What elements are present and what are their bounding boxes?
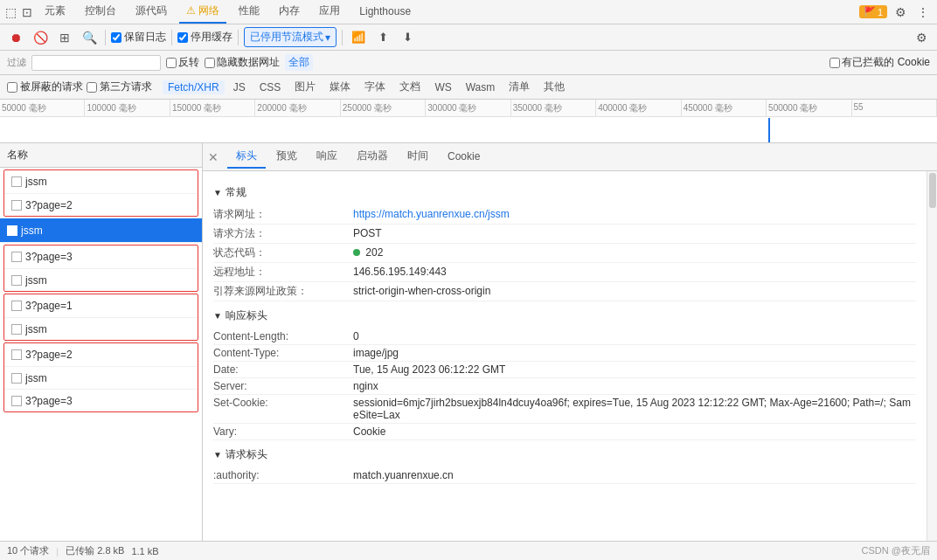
devtools-icon: ⬚ xyxy=(5,5,17,19)
type-other[interactable]: 其他 xyxy=(538,79,570,95)
request-group-4: 3?page=2 jssm 3?page=3 xyxy=(3,342,198,412)
hide-data-urls-checkbox[interactable]: 隐藏数据网址 xyxy=(205,55,280,70)
tab-response[interactable]: 响应 xyxy=(308,145,346,169)
detail-row-referrer: 引荐来源网址政策： strict-origin-when-cross-origi… xyxy=(213,282,916,301)
tab-preview[interactable]: 预览 xyxy=(267,145,306,169)
section-general[interactable]: ▼ 常规 xyxy=(213,182,916,204)
type-filter-bar: 被屏蔽的请求 第三方请求 Fetch/XHR JS CSS 图片 媒体 字体 文… xyxy=(0,75,937,100)
item-checkbox[interactable] xyxy=(11,200,22,211)
filter-btn[interactable]: ⊞ xyxy=(54,27,75,48)
list-item[interactable]: jssm xyxy=(4,317,198,340)
tab-initiator[interactable]: 启动器 xyxy=(348,145,397,169)
upload-icon[interactable]: ⬆ xyxy=(372,27,393,48)
section-response-headers[interactable]: ▼ 响应标头 xyxy=(213,305,916,327)
tab-network[interactable]: ⚠ 网络 xyxy=(179,0,226,24)
mark-500k: 500000 毫秒 xyxy=(767,100,851,116)
chevron-down-icon: ▾ xyxy=(325,31,330,44)
type-font[interactable]: 字体 xyxy=(359,79,391,95)
tab-elements[interactable]: 元素 xyxy=(38,0,73,24)
type-css[interactable]: CSS xyxy=(254,80,287,94)
list-item[interactable]: 3?page=2 xyxy=(4,193,198,216)
status-bar: 10 个请求 | 已传输 2.8 kB 1.1 kB CSDN @夜无眉 xyxy=(0,541,937,560)
tab-sources[interactable]: 源代码 xyxy=(128,0,174,24)
item-name: jssm xyxy=(25,176,47,188)
list-item[interactable]: jssm xyxy=(4,268,198,291)
type-media[interactable]: 媒体 xyxy=(324,79,356,95)
list-item[interactable]: 3?page=3 xyxy=(4,245,198,268)
tab-performance[interactable]: 性能 xyxy=(232,0,267,24)
record-btn[interactable]: ⏺ xyxy=(5,27,26,48)
type-manifest[interactable]: 清单 xyxy=(503,79,535,95)
triangle-icon: ▼ xyxy=(213,188,222,197)
detail-row-status: 状态代码： 202 xyxy=(213,244,916,263)
detail-tab-bar: ✕ 标头 预览 响应 启动器 时间 Cookie xyxy=(203,143,937,171)
timeline-bar-area xyxy=(0,117,937,143)
timeline: 50000 毫秒 100000 毫秒 150000 毫秒 200000 毫秒 2… xyxy=(0,100,937,143)
settings2-icon[interactable]: ⚙ xyxy=(911,27,932,48)
disable-cache-checkbox[interactable]: 停用缓存 xyxy=(177,30,233,45)
tab-lighthouse[interactable]: Lighthouse xyxy=(352,2,418,23)
list-item-selected[interactable]: jssm xyxy=(0,218,202,243)
third-party-checkbox[interactable]: 第三方请求 xyxy=(87,80,152,94)
item-checkbox[interactable] xyxy=(11,349,22,360)
detail-row-vary: Vary: Cookie xyxy=(213,424,916,440)
type-wasm[interactable]: Wasm xyxy=(461,80,501,94)
status-dot xyxy=(353,249,360,256)
filter-all-btn[interactable]: 全部 xyxy=(285,54,313,71)
mark-250k: 250000 毫秒 xyxy=(341,100,426,116)
close-detail-btn[interactable]: ✕ xyxy=(208,150,219,164)
settings-icon[interactable]: ⚙ xyxy=(892,5,909,19)
invert-checkbox[interactable]: 反转 xyxy=(166,55,199,70)
item-checkbox[interactable] xyxy=(11,324,22,335)
item-checkbox[interactable] xyxy=(11,373,22,384)
hidden-requests-checkbox[interactable]: 被屏蔽的请求 xyxy=(7,80,83,94)
detail-row-content-length: Content-Length: 0 xyxy=(213,328,916,345)
mark-150k: 150000 毫秒 xyxy=(170,100,255,116)
download-icon[interactable]: ⬇ xyxy=(397,27,418,48)
list-item[interactable]: 3?page=3 xyxy=(4,389,198,411)
search-btn[interactable]: 🔍 xyxy=(79,27,100,48)
tab-timing[interactable]: 时间 xyxy=(399,145,437,169)
detail-row-date: Date: Tue, 15 Aug 2023 06:12:22 GMT xyxy=(213,362,916,378)
clear-btn[interactable]: 🚫 xyxy=(30,27,51,48)
type-js[interactable]: JS xyxy=(228,80,251,94)
request-group-3: 3?page=1 jssm xyxy=(3,294,198,341)
list-item[interactable]: 3?page=1 xyxy=(4,294,198,317)
type-doc[interactable]: 文档 xyxy=(394,79,426,95)
more-icon[interactable]: ⋮ xyxy=(914,5,932,19)
devtools-icon2: ⊡ xyxy=(22,5,32,19)
tab-memory[interactable]: 内存 xyxy=(272,0,307,24)
section-request-headers[interactable]: ▼ 请求标头 xyxy=(213,444,916,466)
item-checkbox[interactable] xyxy=(11,301,22,311)
mark-400k: 400000 毫秒 xyxy=(596,100,681,116)
type-fetch-xhr[interactable]: Fetch/XHR xyxy=(163,80,225,94)
tab-headers[interactable]: 标头 xyxy=(227,145,266,169)
item-checkbox[interactable] xyxy=(11,396,22,406)
item-name: 3?page=3 xyxy=(25,395,73,407)
triangle-icon: ▼ xyxy=(213,311,222,321)
detail-panel: ✕ 标头 预览 响应 启动器 时间 Cookie ▼ 常规 请求网址： http… xyxy=(203,143,937,541)
scrollbar[interactable] xyxy=(927,171,937,541)
item-name: jssm xyxy=(25,323,47,335)
item-checkbox[interactable] xyxy=(11,252,22,262)
detail-content: ▼ 常规 请求网址： https://match.yuanrenxue.cn/j… xyxy=(203,171,927,541)
mark-100k: 100000 毫秒 xyxy=(85,100,170,116)
list-item[interactable]: jssm xyxy=(4,366,198,389)
has-cookies-checkbox[interactable]: 有已拦截的 Cookie xyxy=(829,55,930,70)
scroll-thumb[interactable] xyxy=(929,173,936,208)
item-checkbox[interactable] xyxy=(11,176,22,187)
keep-log-checkbox[interactable]: 保留日志 xyxy=(111,30,166,45)
list-item[interactable]: 3?page=2 xyxy=(4,343,198,366)
throttle-dropdown[interactable]: 已停用节流模式 ▾ xyxy=(244,27,337,47)
list-item[interactable]: jssm xyxy=(4,170,198,193)
type-image[interactable]: 图片 xyxy=(289,79,321,95)
tab-console[interactable]: 控制台 xyxy=(78,0,123,24)
item-name: 3?page=3 xyxy=(25,251,73,263)
type-ws[interactable]: WS xyxy=(429,80,456,94)
filter-input[interactable] xyxy=(31,55,161,71)
item-name: jssm xyxy=(25,372,47,384)
item-checkbox[interactable] xyxy=(11,275,22,286)
tab-application[interactable]: 应用 xyxy=(312,0,347,24)
item-checkbox[interactable] xyxy=(7,225,17,236)
tab-cookie[interactable]: Cookie xyxy=(439,147,489,168)
